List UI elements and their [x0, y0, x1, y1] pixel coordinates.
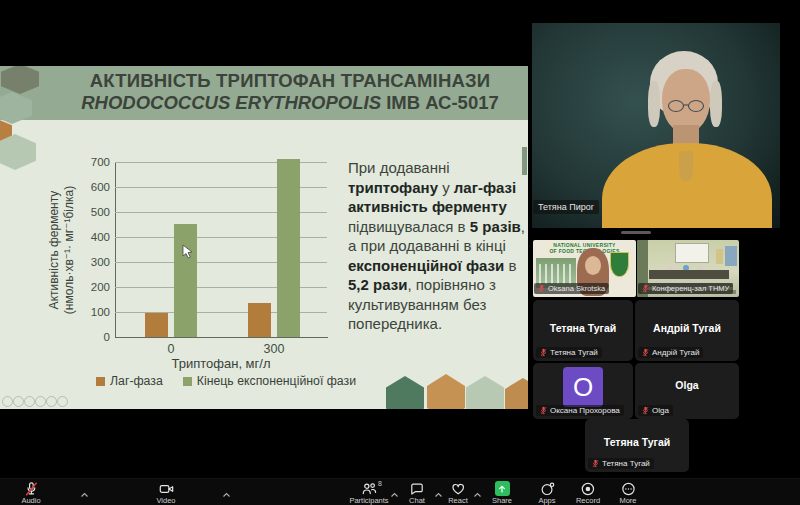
participants-button[interactable]: 8Participants [349, 481, 388, 505]
muted-mic-icon [642, 284, 649, 293]
participant-name-tag: Андрій Тугай [638, 347, 703, 358]
chevron-up-icon[interactable] [473, 484, 482, 502]
paragraph-segment: активність ферменту [348, 198, 507, 215]
watermark-icon [13, 396, 24, 407]
paragraph-segment: 5,2 рази [348, 276, 407, 293]
legend-swatch [183, 377, 192, 386]
record-icon [576, 481, 600, 496]
y-axis-label-line2: (нмоль·хв⁻¹· мг⁻¹білка) [62, 148, 77, 352]
more-icon [619, 481, 636, 496]
x-axis-tick-label: 300 [264, 342, 285, 356]
watermark-icon [57, 396, 68, 407]
video-button[interactable]: Video [156, 481, 175, 505]
y-axis-tick-label: 400 [74, 231, 110, 243]
legend-label: Лаг-фаза [110, 374, 163, 388]
more-button[interactable]: More [619, 481, 636, 505]
muted-mic-icon [538, 284, 545, 293]
participant-name-tag: Оксана Прохорова [536, 405, 624, 416]
chat-button[interactable]: Chat [409, 481, 425, 505]
university-emblem [610, 252, 629, 277]
participant-name: Оксана Прохорова [550, 406, 620, 415]
toolbar-button-label: Audio [21, 496, 40, 505]
apps-button[interactable]: Apps [538, 481, 555, 505]
y-axis-label-line1: Активність ферменту [47, 148, 62, 352]
participant-name: Тетяна Тугай [550, 348, 598, 357]
chevron-up-icon[interactable] [80, 484, 89, 502]
participant-tile[interactable]: OОксана Прохорова [533, 363, 633, 419]
y-axis-tick-label: 300 [74, 256, 110, 268]
audio-button[interactable]: Audio [21, 481, 40, 505]
participant-tile[interactable]: Андрій ТугайАндрій Тугай [635, 300, 739, 361]
x-axis-title: Триптофан, мг/л [115, 356, 327, 371]
zoom-meeting-window: АКТИВНІСТЬ ТРИПТОФАН ТРАНСАМІНАЗИ RHODOC… [0, 0, 800, 505]
toolbar-button-label: Video [156, 496, 175, 505]
building-windows [539, 264, 573, 284]
y-axis-tick-label: 200 [74, 281, 110, 293]
meeting-toolbar: AudioVideo8ParticipantsChatReactShareApp… [0, 478, 800, 505]
paragraph-segment: лаг-фазі [454, 179, 516, 196]
legend-label: Кінець експоненційної фази [197, 374, 356, 388]
chevron-up-icon[interactable] [434, 484, 443, 502]
muted-mic-icon [540, 406, 547, 415]
y-axis-tick-label: 500 [74, 206, 110, 218]
hall-wall-decor [716, 249, 723, 264]
paragraph-segment: в [504, 257, 516, 274]
participant-tile[interactable]: Тетяна ТугайТетяна Тугай [585, 419, 689, 472]
toolbar-button-label: Apps [538, 496, 555, 505]
chevron-up-icon[interactable] [390, 484, 399, 502]
muted-mic-icon [592, 459, 599, 468]
mic-muted-icon [21, 481, 40, 496]
chevron-up-icon[interactable] [222, 484, 231, 502]
participant-name: Olga [652, 406, 669, 415]
paragraph-segment: При додаванні [348, 159, 450, 176]
y-axis-tick-label: 100 [74, 306, 110, 318]
participant-name: Конференц-зал ТНМУ [652, 284, 729, 293]
toolbar-button-label: Share [492, 496, 512, 505]
share-icon [492, 481, 512, 496]
participant-display-name: Тетяна Тугай [533, 322, 633, 334]
speaker-collar [679, 151, 693, 181]
participant-tile[interactable]: Тетяна ТугайТетяна Тугай [533, 300, 633, 361]
participant-name-tag: Тетяна Тугай [536, 347, 602, 358]
legend-item: Кінець експоненційної фази [183, 374, 356, 388]
projector-screen [675, 243, 709, 263]
share-button[interactable]: Share [492, 481, 512, 505]
toolbar-button-label: Record [576, 496, 600, 505]
watermark-icon [2, 396, 13, 407]
y-axis-tick-label: 600 [74, 181, 110, 193]
speaker-hair [648, 81, 660, 127]
legend-swatch [96, 377, 105, 386]
mouse-cursor [182, 244, 194, 264]
record-button[interactable]: Record [576, 481, 600, 505]
participant-display-name: Olga [635, 379, 739, 391]
speaker-video-tile[interactable]: Тетяна Пирог [532, 23, 780, 228]
presentation-slide: АКТИВНІСТЬ ТРИПТОФАН ТРАНСАМІНАЗИ RHODOC… [0, 66, 528, 409]
watermark-icon [46, 396, 57, 407]
speaker-glasses [664, 99, 708, 117]
apps-icon [538, 481, 555, 496]
chart-bar-exp [277, 159, 300, 337]
participant-name: Тетяна Тугай [602, 459, 650, 468]
y-axis-tick-label: 700 [74, 156, 110, 168]
chart-legend: Лаг-фазаКінець експоненційної фази [96, 374, 356, 388]
react-button[interactable]: React [448, 481, 468, 505]
chat-icon [409, 481, 425, 496]
participant-tile[interactable]: OlgaOlga [635, 363, 739, 419]
participant-video-conference-hall[interactable]: Конференц-зал ТНМУ [637, 240, 739, 297]
chart-bar-lag [248, 303, 271, 337]
watermark-icon [35, 396, 46, 407]
participant-name-tag: Конференц-зал ТНМУ [638, 283, 733, 294]
participants-icon [349, 481, 388, 496]
gallery-drag-handle[interactable] [621, 231, 651, 234]
paragraph-segment: у [438, 179, 454, 196]
paragraph-segment: експоненційної фази [348, 257, 504, 274]
muted-mic-icon [642, 348, 649, 357]
hall-wall-decor [725, 246, 737, 266]
paragraph-segment: 5 разів [470, 218, 521, 235]
camera-icon [156, 481, 175, 496]
y-axis-label: Активність ферменту(нмоль·хв⁻¹· мг⁻¹білк… [47, 148, 77, 352]
participant-display-name: Тетяна Тугай [585, 436, 689, 448]
participant-display-name: Андрій Тугай [635, 322, 739, 334]
muted-mic-icon [642, 406, 649, 415]
participant-video-oksana[interactable]: NATIONAL UNIVERSITY OF FOOD TECHNOLOGIES… [533, 240, 636, 297]
